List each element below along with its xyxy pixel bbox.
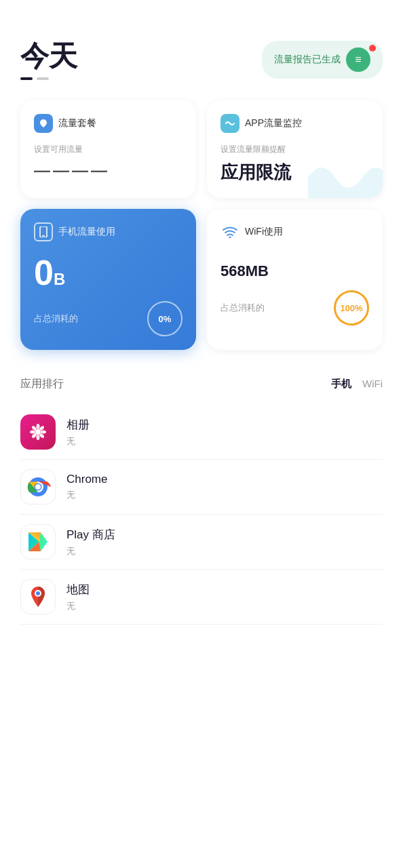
wifi-header: WiFi使用	[220, 222, 369, 241]
flow-package-subtitle: 设置可用流量	[34, 144, 183, 155]
report-icon: ≡	[346, 47, 370, 72]
svg-point-2	[229, 237, 231, 239]
chrome-usage: 无	[66, 489, 107, 501]
wifi-usage-card[interactable]: WiFi使用 568MB 占总消耗的 100%	[207, 209, 383, 350]
svg-point-6	[30, 431, 35, 434]
album-name: 相册	[66, 417, 90, 433]
list-item[interactable]: 地图 无	[20, 570, 383, 625]
maps-info: 地图 无	[66, 582, 90, 612]
mobile-title: 手机流量使用	[58, 226, 115, 238]
mobile-value: 0B	[34, 255, 183, 290]
mobile-footer-text: 占总消耗的	[34, 313, 78, 325]
album-icon	[20, 414, 56, 450]
maps-usage: 无	[66, 600, 90, 612]
flow-package-header: 流量套餐	[34, 114, 183, 133]
app-monitor-card[interactable]: APP流量监控 设置流量限额提醒 应用限流	[207, 100, 383, 198]
play-name: Play 商店	[66, 527, 115, 542]
svg-point-15	[35, 484, 41, 490]
list-item[interactable]: Chrome 无	[20, 460, 383, 515]
page-title: 今天	[20, 41, 77, 72]
report-button[interactable]: 流量报告已生成 ≡	[262, 41, 383, 79]
section-title: 应用排行	[20, 377, 64, 391]
filter-tab-mobile[interactable]: 手机	[331, 378, 351, 391]
wave-decoration	[308, 137, 383, 198]
wifi-title: WiFi使用	[245, 226, 283, 238]
mobile-footer: 占总消耗的 0%	[34, 301, 183, 336]
mobile-usage-card[interactable]: 手机流量使用 0B 占总消耗的 0%	[20, 209, 196, 350]
mobile-percent-badge: 0%	[147, 301, 183, 336]
flow-package-value: ————	[34, 161, 183, 180]
section-header: 应用排行 手机 WiFi	[20, 377, 383, 391]
list-item[interactable]: 相册 无	[20, 405, 383, 460]
chrome-icon	[20, 469, 56, 505]
mobile-header: 手机流量使用	[34, 222, 183, 241]
report-button-text: 流量报告已生成	[274, 54, 341, 66]
svg-point-5	[37, 435, 40, 440]
flow-package-icon	[34, 114, 53, 133]
chrome-info: Chrome 无	[66, 473, 107, 501]
flow-package-card[interactable]: 流量套餐 设置可用流量 ————	[20, 100, 196, 198]
title-dots	[20, 77, 77, 80]
notification-dot	[369, 45, 376, 52]
play-info: Play 商店 无	[66, 527, 115, 557]
maps-name: 地图	[66, 582, 90, 597]
wifi-icon	[220, 222, 239, 241]
app-list: 相册 无 Chrome 无	[20, 405, 383, 625]
wifi-footer: 占总消耗的 100%	[220, 290, 369, 326]
dot-1	[20, 77, 33, 80]
list-item[interactable]: Play 商店 无	[20, 515, 383, 570]
bottom-cards: 手机流量使用 0B 占总消耗的 0%	[20, 209, 383, 350]
app-monitor-title: APP流量监控	[245, 117, 302, 130]
page: 今天 流量报告已生成 ≡ 流量套餐 设置可用流量 ——	[0, 0, 403, 868]
top-cards: 流量套餐 设置可用流量 ———— APP流量监控 设置流量限额提醒 应用限流	[20, 100, 383, 198]
album-usage: 无	[66, 435, 90, 448]
play-usage: 无	[66, 545, 115, 557]
app-monitor-header: APP流量监控	[220, 114, 369, 133]
mobile-icon	[34, 222, 53, 241]
svg-rect-1	[42, 235, 45, 237]
play-icon	[20, 524, 56, 559]
header: 今天 流量报告已生成 ≡	[20, 41, 383, 80]
chrome-name: Chrome	[66, 473, 107, 486]
title-block: 今天	[20, 41, 77, 80]
filter-tabs: 手机 WiFi	[331, 378, 383, 391]
svg-point-17	[36, 591, 40, 595]
filter-tab-wifi[interactable]: WiFi	[362, 378, 383, 391]
app-monitor-icon	[220, 114, 239, 133]
svg-point-4	[37, 424, 40, 429]
wifi-footer-text: 占总消耗的	[220, 302, 265, 314]
wifi-value: 568MB	[220, 252, 369, 281]
dot-2	[37, 77, 49, 80]
flow-package-title: 流量套餐	[58, 117, 96, 130]
album-info: 相册 无	[66, 417, 90, 448]
maps-icon	[20, 579, 56, 614]
svg-point-7	[41, 431, 46, 434]
wifi-percent-badge: 100%	[334, 290, 369, 326]
